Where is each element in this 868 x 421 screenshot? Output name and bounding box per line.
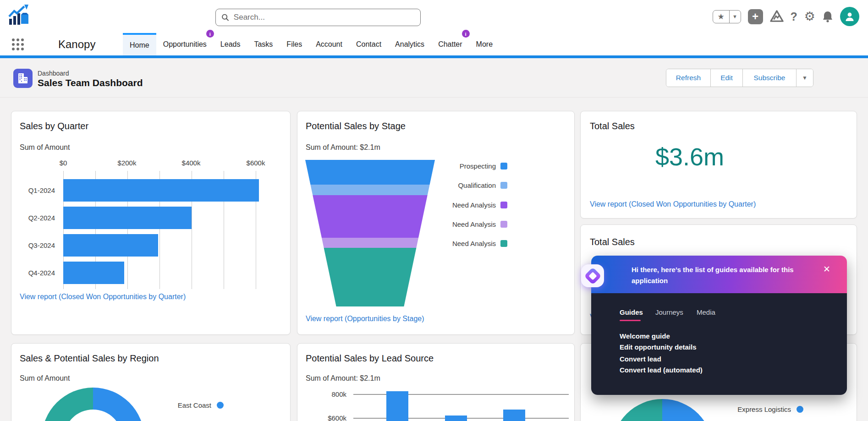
guide-item[interactable]: Convert lead (620, 355, 661, 363)
tab-contact[interactable]: Contact (349, 33, 388, 55)
view-report-link[interactable]: View report (Opportunities by Stage) (306, 315, 424, 323)
tab-analytics[interactable]: Analytics (388, 33, 431, 55)
y-tick: $600k (319, 414, 346, 421)
favorites-group: ★ ▼ (713, 10, 741, 23)
bar-lead-2[interactable] (445, 416, 467, 421)
global-header: ★ ▼ + ? ⚙ (0, 0, 868, 33)
notifications-bell-icon[interactable] (822, 11, 833, 22)
header-actions: ★ ▼ + ? ⚙ (713, 0, 860, 33)
more-actions-caret-button[interactable]: ▼ (797, 69, 813, 87)
card-total-sales-top: Total Sales $3.6m View report (Closed Wo… (580, 111, 857, 219)
active-tab-underline (620, 320, 641, 321)
bar-q1[interactable] (63, 179, 259, 202)
total-sales-value: $3.6m (607, 142, 772, 171)
popup-header: Hi there, here’s the list of guides avai… (591, 256, 847, 293)
app-window: ★ ▼ + ? ⚙ (0, 0, 868, 421)
y-category: Q4-2024 (11, 269, 55, 277)
dashboard-actions: Refresh Edit Subscribe ▼ (666, 69, 813, 87)
app-launcher-icon[interactable] (12, 38, 24, 50)
legend-item: Need Analysis (452, 220, 507, 228)
account-donut-chart[interactable] (612, 399, 713, 421)
legend-swatch (500, 240, 507, 247)
guide-item[interactable]: Convert lead (automated) (620, 366, 703, 374)
card-title: Potential Sales by Lead Source (306, 353, 434, 364)
legend-item: Need Analysis (452, 201, 507, 209)
tab-files[interactable]: Files (280, 33, 309, 55)
app-navigation: Kanopy Home Opportunitiesi Leads Tasks F… (0, 33, 868, 55)
y-category: Q3-2024 (11, 241, 55, 249)
gridline (353, 394, 569, 395)
nav-tabs: Home Opportunitiesi Leads Tasks Files Ac… (123, 33, 500, 55)
funnel-segment (305, 185, 435, 195)
y-category: Q1-2024 (11, 186, 55, 194)
card-subtitle: Sum of Amount (20, 143, 70, 152)
person-icon (844, 11, 855, 22)
info-badge: i (462, 30, 470, 38)
funnel-chart[interactable] (305, 160, 435, 306)
tab-account[interactable]: Account (309, 33, 349, 55)
company-logo (7, 4, 30, 29)
info-badge: i (206, 30, 214, 38)
tab-opportunities[interactable]: Opportunitiesi (156, 33, 214, 55)
card-title: Sales by Quarter (20, 121, 88, 131)
refresh-button[interactable]: Refresh (666, 69, 711, 87)
favorites-caret-button[interactable]: ▼ (730, 11, 741, 23)
card-lead-source: Potential Sales by Lead Source Sum of Am… (297, 343, 575, 421)
app-name: Kanopy (58, 33, 95, 55)
popup-tab-media[interactable]: Media (697, 308, 715, 316)
popup-tab-journeys[interactable]: Journeys (655, 308, 683, 316)
favorites-star-button[interactable]: ★ (713, 11, 730, 23)
funnel-segment (305, 238, 435, 248)
help-icon[interactable]: ? (791, 10, 797, 23)
tab-tasks[interactable]: Tasks (247, 33, 280, 55)
global-add-button[interactable]: + (748, 9, 763, 24)
legend-swatch (500, 182, 507, 189)
tab-leads[interactable]: Leads (214, 33, 247, 55)
card-title: Total Sales (590, 237, 635, 247)
bar-q2[interactable] (63, 207, 192, 229)
x-tick: $600k (240, 159, 272, 167)
legend-swatch (500, 202, 507, 208)
page-title: Sales Team Dashboard (38, 77, 143, 88)
guides-popup: Hi there, here’s the list of guides avai… (591, 256, 847, 395)
legend-item: Express Logistics (737, 405, 803, 413)
legend-dot (797, 406, 803, 413)
bar-q3[interactable] (63, 234, 158, 257)
user-avatar[interactable] (840, 7, 859, 26)
funnel-segment (305, 195, 435, 238)
card-sales-by-quarter: Sales by Quarter Sum of Amount $0 $200k … (11, 111, 291, 335)
legend-item: Prospecting (460, 162, 507, 170)
global-search[interactable] (215, 9, 421, 26)
guide-item[interactable]: Welcome guide (620, 332, 670, 340)
view-report-link[interactable]: View report (Closed Won Opportunities by… (590, 200, 756, 208)
tab-chatter[interactable]: Chatteri (431, 33, 469, 55)
subscribe-button[interactable]: Subscribe (743, 69, 797, 87)
search-input[interactable] (234, 13, 415, 22)
guide-diamond-icon (584, 267, 601, 284)
card-title: Sales & Potential Sales by Region (20, 353, 159, 364)
bar-lead-3[interactable] (503, 410, 525, 421)
y-category: Q2-2024 (11, 214, 55, 222)
card-subtitle: Sum of Amount (20, 374, 70, 383)
popup-greeting: Hi there, here’s the list of guides avai… (632, 264, 810, 286)
card-sales-by-region: Sales & Potential Sales by Region Sum of… (11, 343, 291, 421)
close-icon[interactable]: ✕ (823, 264, 830, 274)
bar-q4[interactable] (63, 262, 124, 284)
guide-item[interactable]: Edit opportunity details (620, 343, 697, 351)
guide-widget-icon[interactable] (581, 264, 604, 287)
view-report-link[interactable]: View report (Closed Won Opportunities by… (20, 293, 186, 301)
bar-lead-1[interactable] (386, 391, 408, 421)
card-potential-sales-by-stage: Potential Sales by Stage Sum of Amount: … (297, 111, 575, 335)
edit-button[interactable]: Edit (711, 69, 743, 87)
tab-home[interactable]: Home (123, 33, 156, 55)
setup-gear-icon[interactable]: ⚙ (804, 9, 815, 24)
tab-more[interactable]: More (469, 33, 500, 55)
popup-tab-guides[interactable]: Guides (620, 308, 643, 316)
search-icon (221, 13, 229, 22)
legend-swatch (500, 221, 507, 228)
org-trail-icon[interactable] (770, 10, 784, 23)
legend-item: Qualification (458, 181, 507, 189)
region-donut-chart[interactable] (42, 388, 144, 421)
x-tick: $0 (47, 159, 79, 167)
y-tick: 800k (319, 390, 346, 398)
